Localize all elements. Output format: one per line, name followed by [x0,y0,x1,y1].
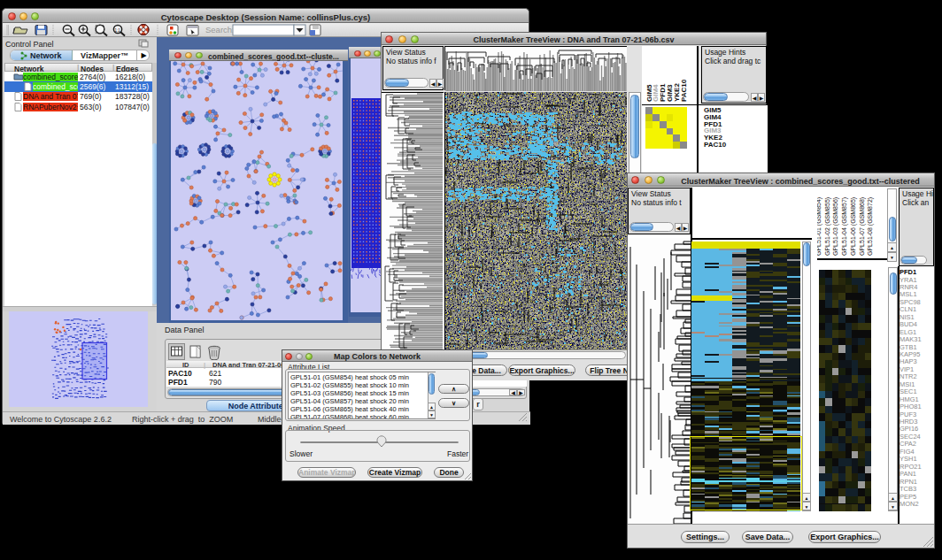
svg-text:PAC10: PAC10 [680,79,688,102]
svg-text:GPL51-04 (GSM857): GPL51-04 (GSM857) [841,197,848,256]
svg-text:Search:: Search: [205,25,235,35]
svg-text:GPL51-08 (GSM872): GPL51-08 (GSM872) [867,197,874,256]
svg-text:GPL51-03 (GSM856): GPL51-03 (GSM856) [832,197,839,256]
svg-text:1:1: 1:1 [115,28,121,33]
svg-text:GPL51-06 (GSM865): GPL51-06 (GSM865) [850,197,857,256]
svg-text:GPL51-01 (GSM854): GPL51-01 (GSM854) [817,197,822,256]
svg-text:GPL51-02 (GSM855): GPL51-02 (GSM855) [824,197,831,256]
svg-text:GPL51-07 (GSM868): GPL51-07 (GSM868) [859,197,866,256]
